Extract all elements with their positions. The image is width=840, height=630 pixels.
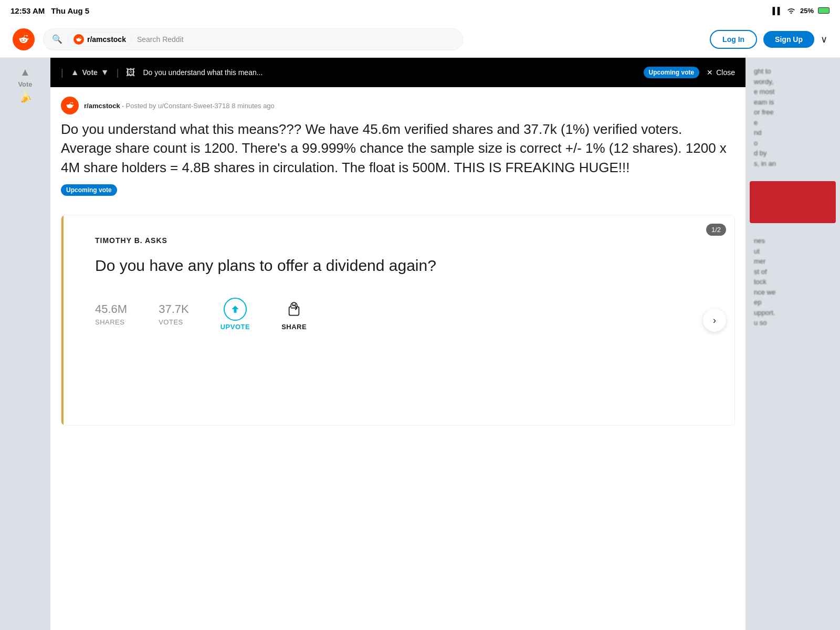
content-card: TIMOTHY B. ASKS Do you have any plans to… <box>61 215 735 426</box>
ann-image-icon: 🖼 <box>126 67 135 78</box>
nav-actions: Log In Sign Up ∨ <box>710 30 827 49</box>
stats-row: 45.6M SHARES 37.7K VOTES UPVOTE <box>95 298 713 331</box>
timothy-label: TIMOTHY B. ASKS <box>95 236 713 245</box>
next-slide-button[interactable]: › <box>703 309 726 332</box>
post-time: 8 minutes ago <box>232 102 275 110</box>
search-placeholder: Search Reddit <box>137 35 184 44</box>
upvote-circle-icon[interactable] <box>224 298 247 321</box>
timothy-card: TIMOTHY B. ASKS Do you have any plans to… <box>61 215 734 425</box>
main-content: r/amcstock · Posted by u/Constant-Sweet-… <box>50 87 746 630</box>
subreddit-chip: r/amcstock <box>68 32 132 47</box>
post-subreddit[interactable]: r/amcstock <box>84 102 120 110</box>
votes-number: 37.7K <box>159 302 189 316</box>
ann-divider: | <box>61 67 64 78</box>
ann-title: Do you understand what this mean... <box>143 68 636 77</box>
post-separator: · <box>122 102 125 110</box>
shares-number: 45.6M <box>95 302 127 316</box>
battery-icon <box>818 7 830 14</box>
ann-downvote-icon[interactable]: ▼ <box>101 68 109 77</box>
post-subreddit-icon <box>61 97 79 114</box>
subreddit-icon <box>74 34 84 45</box>
status-bar: 12:53 AM Thu Aug 5 ▌▌ 25% <box>0 0 840 21</box>
right-sidebar-text-2: nes ut mer st of tock nce we ep upport. … <box>746 227 840 337</box>
ann-close-label: Close <box>716 68 735 77</box>
right-sidebar-text: ght to wordy, e most eam is or free e nd… <box>746 58 840 177</box>
ann-vote-section[interactable]: ▲ Vote ▼ <box>71 68 109 77</box>
vote-section: ▲ Vote 🍌 <box>18 58 32 111</box>
right-sidebar: ght to wordy, e most eam is or free e nd… <box>746 58 840 630</box>
post-flair-badge[interactable]: Upcoming vote <box>61 184 117 196</box>
upvote-arrow-icon[interactable]: ▲ <box>20 66 30 78</box>
share-icon[interactable] <box>282 298 306 321</box>
search-bar[interactable]: 🔍 r/amcstock Search Reddit <box>43 28 463 50</box>
ann-close-button[interactable]: ✕ Close <box>707 68 735 77</box>
reddit-logo[interactable] <box>13 28 35 50</box>
ann-vote-label: Vote <box>82 68 98 77</box>
votes-label: VOTES <box>159 318 189 326</box>
share-action[interactable]: SHARE <box>281 298 307 331</box>
ann-divider2: | <box>117 67 119 78</box>
shares-label: SHARES <box>95 318 127 326</box>
nav-bar: 🔍 r/amcstock Search Reddit Log In Sign U… <box>0 21 840 58</box>
wifi-icon <box>786 6 796 15</box>
votes-stat: 37.7K VOTES <box>159 302 189 326</box>
page-counter: 1/2 <box>706 224 726 236</box>
ann-upvote-icon[interactable]: ▲ <box>71 68 79 77</box>
shares-stat: 45.6M SHARES <box>95 302 127 326</box>
time-display: 12:53 AM <box>10 6 45 15</box>
search-icon: 🔍 <box>52 34 62 44</box>
post-header: r/amcstock · Posted by u/Constant-Sweet-… <box>50 87 746 120</box>
signup-button[interactable]: Sign Up <box>763 31 814 48</box>
vote-label: Vote <box>18 80 32 88</box>
date-display: Thu Aug 5 <box>51 6 89 15</box>
ann-upcoming-vote-badge: Upcoming vote <box>644 67 700 78</box>
share-label: SHARE <box>281 323 307 331</box>
announcement-bar: | ▲ Vote ▼ | 🖼 Do you understand what th… <box>50 58 746 87</box>
timothy-question: Do you have any plans to offer a dividen… <box>95 255 713 277</box>
battery-display: 25% <box>800 7 814 15</box>
signal-icon: ▌▌ <box>773 7 782 15</box>
left-sidebar: ▲ Vote 🍌 <box>0 58 50 630</box>
dropdown-arrow[interactable]: ∨ <box>821 34 827 45</box>
banana-emoji: 🍌 <box>19 90 32 103</box>
upvote-label: UPVOTE <box>220 323 250 331</box>
post-author: Posted by u/Constant-Sweet-3718 <box>126 102 230 110</box>
post-title: Do you understand what this means??? We … <box>61 120 735 177</box>
right-sidebar-block <box>750 181 836 223</box>
close-x-icon: ✕ <box>707 68 713 77</box>
subreddit-name: r/amcstock <box>87 35 126 44</box>
post-body: Do you understand what this means??? We … <box>50 120 746 209</box>
upvote-action[interactable]: UPVOTE <box>220 298 250 331</box>
login-button[interactable]: Log In <box>710 30 757 49</box>
